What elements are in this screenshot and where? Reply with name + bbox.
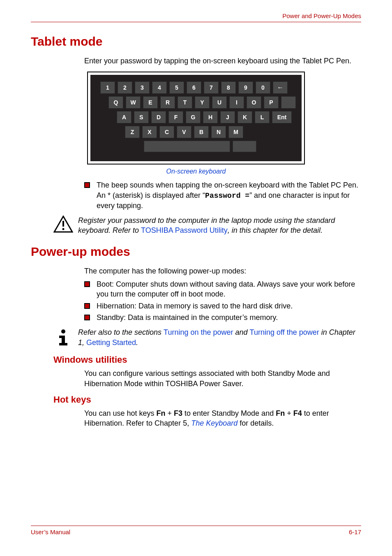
key-j[interactable]: J <box>220 111 235 123</box>
svg-point-2 <box>62 228 65 230</box>
key-t[interactable]: T <box>178 96 192 109</box>
key-backspace[interactable]: ← <box>273 81 288 94</box>
key-3[interactable]: 3 <box>135 81 150 94</box>
key-q[interactable]: Q <box>108 96 123 109</box>
key-l[interactable]: L <box>255 111 270 123</box>
info-icon <box>53 327 73 349</box>
windows-utilities-heading: Windows utilities <box>53 354 361 365</box>
key-k[interactable]: K <box>238 111 252 123</box>
key-a[interactable]: A <box>117 111 131 123</box>
chapter-title: Power and Power-Up Modes <box>282 12 361 19</box>
power-bullet-boot: Boot: Computer shuts down without saving… <box>84 279 361 299</box>
power-up-intro: The computer has the following power-up … <box>84 266 361 276</box>
footer-left: User’s Manual <box>31 528 70 535</box>
svg-point-3 <box>61 329 65 334</box>
hot-keys-body: You can use hot keys Fn + F3 to enter St… <box>84 408 361 429</box>
key-y[interactable]: Y <box>195 96 210 109</box>
turning-on-power-link[interactable]: Turning on the power <box>164 328 233 336</box>
key-4[interactable]: 4 <box>152 81 167 94</box>
key-i[interactable]: I <box>229 96 244 109</box>
caution-note: Register your password to the computer i… <box>53 215 361 236</box>
power-bullet-hibernation: Hibernation: Data in memory is saved to … <box>84 301 361 311</box>
info-note: Refer also to the sections Turning on th… <box>53 327 361 349</box>
key-extra[interactable] <box>233 141 256 152</box>
key-e[interactable]: E <box>143 96 158 109</box>
windows-utilities-body: You can configure various settings assoc… <box>84 368 361 389</box>
info-text-pre: Refer also to the sections <box>78 328 164 336</box>
key-8[interactable]: 8 <box>221 81 236 94</box>
key-x[interactable]: X <box>142 126 157 138</box>
bullet-icon <box>84 182 90 188</box>
tablet-bullet-1: The beep sounds when tapping the on-scre… <box>84 180 361 211</box>
getting-started-link[interactable]: Getting Started <box>86 338 136 347</box>
key-enter[interactable]: Ent <box>272 111 292 123</box>
key-h[interactable]: H <box>203 111 218 123</box>
bullet-icon <box>84 303 90 309</box>
key-b[interactable]: B <box>194 126 209 138</box>
power-up-modes-heading: Power-up modes <box>31 245 361 259</box>
bullet-icon <box>84 315 90 320</box>
footer-right: 6-17 <box>349 528 361 535</box>
turning-off-power-link[interactable]: Turning off the power <box>250 328 319 336</box>
key-g[interactable]: G <box>186 111 201 123</box>
key-2[interactable]: 2 <box>118 81 132 94</box>
tablet-mode-intro: Enter your password by tapping the on-sc… <box>84 56 361 66</box>
key-s[interactable]: S <box>134 111 149 123</box>
caution-icon <box>53 215 73 234</box>
page-footer: User’s Manual 6-17 <box>31 526 361 535</box>
key-0[interactable]: 0 <box>256 81 270 94</box>
chapter-header: Power and Power-Up Modes <box>31 12 361 22</box>
caution-text-post: , in this chapter for the detail. <box>228 226 323 234</box>
key-w[interactable]: W <box>126 96 141 109</box>
key-z[interactable]: Z <box>125 126 140 138</box>
tablet-mode-heading: Tablet mode <box>31 35 361 49</box>
key-7[interactable]: 7 <box>204 81 219 94</box>
key-6[interactable]: 6 <box>187 81 201 94</box>
onscreen-keyboard-figure: 1 2 3 4 5 6 7 8 9 0 ← Q W E R T <box>87 72 305 164</box>
power-bullet-standby: Standby: Data is maintained in the compu… <box>84 313 361 322</box>
key-c[interactable]: C <box>159 126 174 138</box>
key-f[interactable]: F <box>168 111 183 123</box>
key-o[interactable]: O <box>247 96 261 109</box>
the-keyboard-link[interactable]: The Keyboard <box>191 419 238 427</box>
bullet-icon <box>84 281 90 287</box>
key-9[interactable]: 9 <box>238 81 253 94</box>
key-m[interactable]: M <box>228 126 243 138</box>
key-r[interactable]: R <box>160 96 175 109</box>
key-n[interactable]: N <box>211 126 226 138</box>
svg-rect-1 <box>62 221 64 227</box>
key-space[interactable] <box>144 141 230 152</box>
key-u[interactable]: U <box>212 96 227 109</box>
hot-keys-heading: Hot keys <box>53 394 361 405</box>
key-d[interactable]: D <box>151 111 166 123</box>
key-1[interactable]: 1 <box>100 81 115 94</box>
key-blank[interactable] <box>281 96 296 109</box>
key-5[interactable]: 5 <box>169 81 184 94</box>
key-p[interactable]: P <box>264 96 279 109</box>
keyboard-caption: On-screen keyboard <box>31 168 361 175</box>
key-v[interactable]: V <box>177 126 191 138</box>
toshiba-password-utility-link[interactable]: TOSHIBA Password Utility <box>141 226 228 234</box>
